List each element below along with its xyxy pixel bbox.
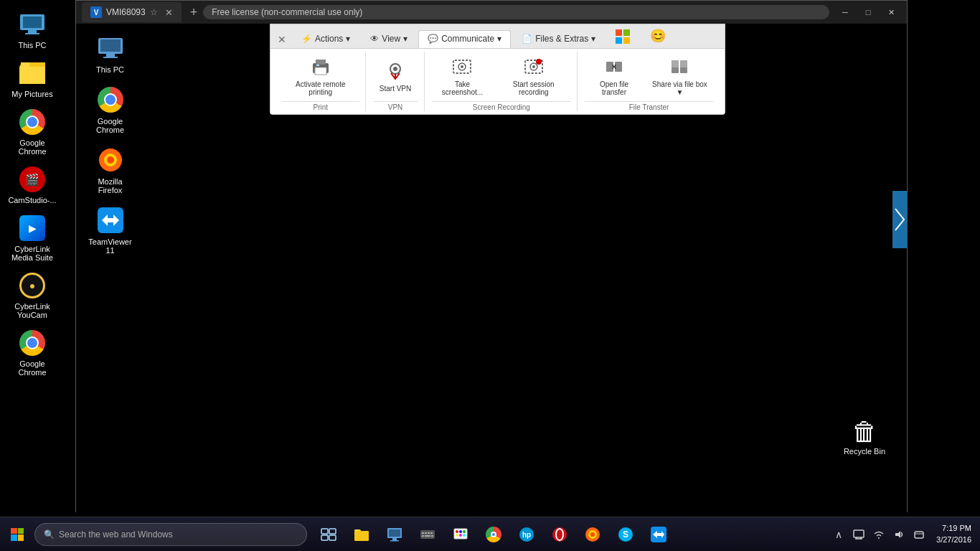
window-controls: ─ □ ✕ [835, 5, 901, 19]
svg-rect-39 [354, 531, 369, 541]
svg-rect-4 [19, 67, 45, 84]
tray-chevron-up[interactable]: ∧ [830, 526, 847, 543]
close-window-button[interactable]: ✕ [881, 5, 901, 19]
sidebar-item-youcam[interactable]: ● CyberLink YouCam [4, 268, 61, 322]
taskbar-opera[interactable] [544, 519, 575, 550]
ribbon-close-button[interactable]: ✕ [273, 31, 291, 48]
taskbar-teamviewer[interactable] [643, 519, 674, 550]
view-eye-icon: 👁 [370, 34, 379, 44]
svg-marker-73 [895, 531, 900, 538]
svg-rect-51 [431, 535, 433, 537]
files-dropdown-icon: ▾ [591, 34, 595, 44]
tab-actions[interactable]: ⚡ Actions ▾ [292, 30, 359, 48]
tab-files-extras[interactable]: 📄 Files & Extras ▾ [512, 30, 605, 48]
vpn-icon [384, 60, 407, 83]
remote-desktop-window: V VMI68093 ☆ ✕ + Free license (non-comme… [75, 0, 908, 512]
start-session-recording-button[interactable]: Start session recording [496, 52, 571, 100]
tab-windows[interactable] [606, 26, 639, 48]
address-bar[interactable]: Free license (non-commercial use only) [203, 5, 829, 19]
file-transfer-group-label: File Transter [585, 101, 713, 111]
remote-this-pc-icon[interactable]: This PC [83, 31, 137, 77]
svg-point-17 [536, 59, 542, 65]
left-sidebar-icons: This PC My Pictures Google Chrome 🎬 Ca [0, 0, 65, 517]
vpn-group-label: VPN [373, 101, 418, 111]
svg-rect-2 [28, 30, 37, 33]
sidebar-item-google-chrome-2[interactable]: Google Chrome [4, 326, 61, 380]
window-tab[interactable]: V VMI68093 ☆ ✕ [82, 2, 182, 22]
recycle-bin-icon: 🗑 [844, 417, 885, 447]
svg-rect-69 [854, 530, 864, 537]
taskbar-chrome[interactable] [478, 519, 509, 550]
tray-notification[interactable] [910, 526, 928, 543]
tray-screen[interactable] [850, 526, 867, 543]
sidebar-item-camstudio[interactable]: 🎬 CamStudio-... [4, 162, 61, 207]
clock[interactable]: 7:19 PM 3/27/2016 [930, 523, 977, 545]
tab-star-icon[interactable]: ☆ [150, 7, 158, 17]
sidebar-item-my-pictures[interactable]: My Pictures [4, 56, 61, 101]
maximize-button[interactable]: □ [858, 5, 878, 19]
taskbar: 🔍 Search the web and Windows [0, 517, 980, 551]
svg-rect-8 [315, 67, 326, 75]
svg-rect-1 [23, 17, 42, 28]
svg-rect-5 [21, 62, 29, 67]
taskbar-firefox[interactable] [577, 519, 608, 550]
tab-view[interactable]: 👁 View ▾ [361, 30, 417, 48]
svg-point-54 [459, 530, 462, 533]
tray-sound[interactable] [890, 526, 908, 543]
svg-text:hp: hp [522, 531, 531, 539]
new-tab-button[interactable]: + [190, 5, 198, 20]
svg-rect-47 [428, 532, 430, 534]
svg-rect-36 [329, 529, 336, 534]
window-titlebar: V VMI68093 ☆ ✕ + Free license (non-comme… [76, 1, 907, 24]
taskbar-hp[interactable]: hp [511, 519, 542, 550]
svg-rect-41 [389, 529, 400, 537]
search-bar[interactable]: 🔍 Search the web and Windows [34, 523, 307, 546]
remote-recycle-bin[interactable]: 🗑 Recycle Bin [844, 417, 885, 456]
start-vpn-button[interactable]: Start VPN [374, 56, 416, 96]
open-file-transfer-button[interactable]: Open file transfer [585, 52, 644, 100]
taskbar-paint[interactable] [445, 519, 476, 550]
ribbon-tab-bar: ✕ ⚡ Actions ▾ 👁 View ▾ 💬 Communicate [270, 24, 725, 49]
teamviewer-floating-icon[interactable] [892, 191, 907, 248]
take-screenshot-button[interactable]: Take screenshot... [432, 52, 494, 100]
activate-remote-printing-button[interactable]: Activate remote printing [282, 52, 359, 100]
svg-rect-45 [422, 532, 424, 534]
taskbar-file-explorer[interactable] [346, 519, 377, 550]
view-dropdown-icon: ▾ [403, 34, 407, 44]
taskbar-keyboard[interactable] [412, 519, 443, 550]
desktop: This PC My Pictures Google Chrome 🎬 Ca [0, 0, 980, 517]
screenshot-icon [451, 55, 473, 78]
taskbar-remote-desktop[interactable] [379, 519, 410, 550]
svg-rect-37 [321, 535, 328, 540]
sidebar-item-this-pc[interactable]: This PC [4, 7, 61, 52]
ribbon-toolbar: ✕ ⚡ Actions ▾ 👁 View ▾ 💬 Communicate [270, 24, 725, 115]
tab-favicon: V [90, 6, 102, 18]
sidebar-item-cyberlink-media[interactable]: ▶ CyberLink Media Suite [4, 211, 61, 265]
printer-icon [309, 55, 332, 78]
remote-firefox-icon[interactable]: Mozilla Firefox [83, 143, 137, 197]
cyberlink-icon: ▶ [19, 215, 45, 241]
remote-chrome-icon[interactable]: Google Chrome [83, 83, 137, 137]
emoji-icon: 😊 [650, 28, 666, 44]
svg-rect-29 [106, 54, 115, 57]
print-group-label: Print [282, 101, 359, 111]
tab-emoji[interactable]: 😊 [641, 24, 675, 48]
svg-rect-21 [615, 62, 622, 72]
chrome-taskbar-icon [486, 527, 501, 542]
recording-icon [522, 55, 545, 78]
taskbar-skype[interactable]: S [610, 519, 641, 550]
start-button[interactable] [0, 517, 34, 552]
tab-close-button[interactable]: ✕ [165, 7, 173, 18]
windows-start-logo [11, 528, 24, 541]
ribbon-group-print: Activate remote printing Print [276, 52, 366, 111]
minimize-button[interactable]: ─ [835, 5, 855, 19]
sidebar-item-google-chrome[interactable]: Google Chrome [4, 105, 61, 159]
taskbar-task-view[interactable] [313, 519, 344, 550]
svg-point-56 [456, 534, 458, 537]
tab-communicate[interactable]: 💬 Communicate ▾ [418, 30, 511, 48]
tray-wifi[interactable] [870, 526, 887, 543]
communicate-icon: 💬 [428, 34, 438, 44]
remote-this-pc-img [96, 34, 125, 62]
remote-teamviewer-icon[interactable]: TeamViewer 11 [83, 203, 137, 258]
share-via-file-box-button[interactable]: Share via file box ▼ [646, 52, 713, 100]
